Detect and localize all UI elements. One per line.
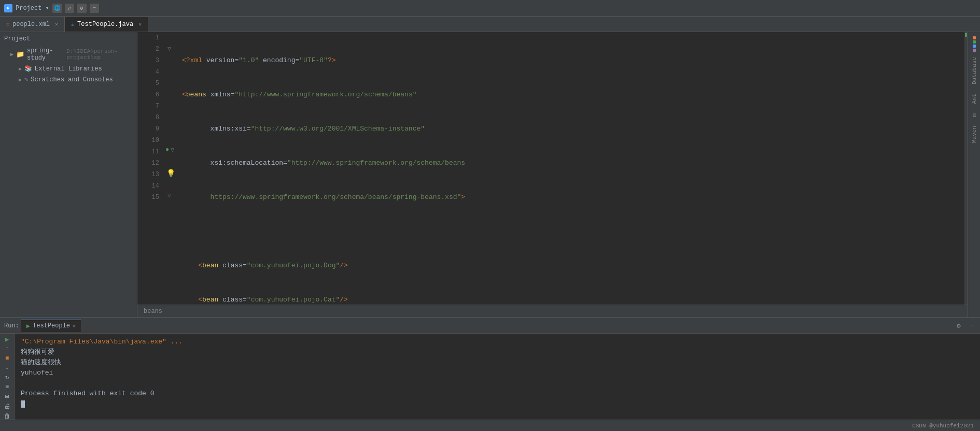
code-line-7: <bean class="com.yuhuofei.pojo.Dog"/> — [182, 260, 960, 271]
breadcrumb: beans — [144, 308, 162, 315]
bottom-tab-close[interactable]: ✕ — [73, 323, 76, 329]
console-output[interactable]: "C:\Program Files\Java\bin\java.exe" ...… — [15, 334, 980, 420]
code-editor[interactable]: 1 2 3 4 5 6 7 8 9 10 11 12 13 14 15 ▽ — [137, 32, 968, 305]
console-line-1: 狗狗很可爱 — [21, 347, 974, 357]
code-line-3: xmlns:xsi="http://www.w3.org/2001/XMLSch… — [182, 123, 960, 135]
titlebar-left: ▶ Project ▾ 🌐 ⇄ ⚙ − — [4, 4, 99, 13]
fold-marker-2[interactable]: ▽ — [167, 44, 171, 55]
code-line-4: xsi:schemaLocation="http://www.springfra… — [182, 157, 960, 169]
bottom-tab-testpeople[interactable]: ▶ TestPeople ✕ — [21, 320, 81, 332]
globe-icon[interactable]: 🌐 — [52, 4, 62, 13]
step-btn[interactable]: ↻ — [2, 373, 12, 381]
sidebar-header: Project — [0, 32, 137, 46]
filter-btn[interactable]: ⊞ — [2, 393, 12, 400]
bulb-icon-13[interactable]: 💡 — [166, 169, 175, 178]
bottom-tabs: Run: ▶ TestPeople ✕ ⚙ − — [0, 318, 980, 334]
right-tab-m[interactable]: m — [970, 109, 979, 121]
gutter: ▽ ● ▽ 💡 ▽ — [163, 32, 178, 305]
code-content[interactable]: <?xml version="1.0" encoding="UTF-8"?> <… — [178, 32, 964, 305]
sidebar-header-label: Project — [4, 35, 30, 42]
console-left-buttons: ▶ ↑ ■ ↓ ↻ ≡ ⊞ 🖨 🗑 — [0, 334, 15, 420]
align-btn[interactable]: ≡ — [2, 383, 12, 391]
sidebar-item-external-libraries[interactable]: ▶ 📚 External Libraries — [0, 63, 137, 74]
tab-people-xml-label: people.xml — [12, 21, 50, 28]
code-line-8: <bean class="com.yuhuofei.pojo.Cat"/> — [182, 294, 960, 305]
console-line-cmd: "C:\Program Files\Java\bin\java.exe" ... — [21, 337, 974, 347]
tabs-bar: ≡ people.xml ✕ ☕ TestPeople.java ✕ — [0, 17, 980, 32]
sidebar: Project ▶ 📁 spring-study D:\IDEA\person-… — [0, 32, 137, 317]
settings-icon[interactable]: ⚙ — [77, 4, 87, 13]
console-cursor-line — [21, 399, 974, 409]
down-btn[interactable]: ↓ — [2, 364, 12, 371]
up-btn[interactable]: ↑ — [2, 346, 12, 353]
run-label: Run: — [4, 322, 19, 329]
db-dot-icon — [973, 36, 976, 39]
editor-area: 1 2 3 4 5 6 7 8 9 10 11 12 13 14 15 ▽ — [137, 32, 968, 317]
bottom-status-bar: CSDN @yuhuofei2021 — [0, 420, 980, 431]
scratches-arrow-icon: ▶ — [19, 77, 22, 83]
ext-lib-arrow-icon: ▶ — [19, 66, 22, 72]
scratches-icon: ✎ — [24, 76, 28, 83]
project-folder-icon: 📁 — [16, 50, 24, 59]
breadcrumb-bar: beans — [137, 305, 968, 317]
console-area: ▶ ↑ ■ ↓ ↻ ≡ ⊞ 🖨 🗑 "C:\Program Files\Java… — [0, 334, 980, 420]
maven-dot-icon — [973, 45, 976, 48]
project-label[interactable]: Project ▾ — [16, 4, 49, 12]
right-panel: Database Ant m Maven — [968, 32, 980, 317]
fold-marker-15[interactable]: ▽ — [167, 192, 171, 199]
fold-arrow-11[interactable]: ▽ — [171, 146, 174, 154]
arrows-icon[interactable]: ⇄ — [65, 4, 74, 13]
java-tab-icon: ☕ — [71, 21, 74, 27]
bookmark-11: ● — [165, 146, 169, 153]
settings-btn[interactable]: ⚙ — [954, 321, 963, 331]
xml-tab-icon: ≡ — [6, 22, 9, 27]
right-tab-database[interactable]: Database — [970, 53, 979, 89]
tab-testpeople-java-label: TestPeople.java — [77, 21, 133, 28]
extra-dot-icon — [973, 49, 976, 52]
tab-people-xml-close[interactable]: ✕ — [55, 21, 58, 27]
minus-icon[interactable]: − — [90, 4, 99, 13]
tree-arrow-icon: ▶ — [10, 51, 13, 58]
code-line-5: https://www.springframework.org/schema/b… — [182, 192, 960, 203]
library-icon: 📚 — [24, 65, 32, 73]
trash-btn[interactable]: 🗑 — [2, 412, 12, 420]
bottom-tab-testpeople-label: TestPeople — [33, 322, 70, 329]
main-area: Project ▶ 📁 spring-study D:\IDEA\person-… — [0, 32, 980, 317]
sidebar-item-external-libraries-label: External Libraries — [35, 65, 102, 73]
line-numbers: 1 2 3 4 5 6 7 8 9 10 11 12 13 14 15 — [137, 32, 163, 305]
ant-dot-icon — [973, 40, 976, 44]
sidebar-item-scratches-label: Scratches and Consoles — [31, 76, 113, 83]
run-btn[interactable]: ▶ — [2, 336, 12, 343]
titlebar: ▶ Project ▾ 🌐 ⇄ ⚙ − — [0, 0, 980, 17]
sidebar-item-spring-study[interactable]: ▶ 📁 spring-study D:\IDEA\person-project\… — [0, 46, 137, 63]
console-line-3: yuhuofei — [21, 368, 974, 378]
tab-testpeople-java-close[interactable]: ✕ — [138, 21, 142, 27]
run-icon: ▶ — [26, 322, 30, 330]
stop-btn[interactable]: ■ — [2, 355, 12, 362]
print-btn[interactable]: 🖨 — [2, 403, 12, 410]
console-line-empty — [21, 378, 974, 389]
minimize-console-btn[interactable]: − — [967, 321, 976, 331]
tab-testpeople-java[interactable]: ☕ TestPeople.java ✕ — [65, 17, 148, 32]
project-icon: ▶ — [4, 4, 12, 12]
code-line-1: <?xml version="1.0" encoding="UTF-8"?> — [182, 55, 960, 66]
console-line-2: 猫的速度很快 — [21, 357, 974, 368]
tab-people-xml[interactable]: ≡ people.xml ✕ — [0, 17, 65, 32]
status-right-text: CSDN @yuhuofei2021 — [912, 423, 974, 429]
bottom-panel: Run: ▶ TestPeople ✕ ⚙ − ▶ ↑ ■ ↓ ↻ ≡ ⊞ 🖨 … — [0, 317, 980, 431]
console-line-process: Process finished with exit code 0 — [21, 389, 974, 399]
right-tab-maven[interactable]: Maven — [970, 122, 979, 147]
color-indicator-1 — [965, 33, 967, 37]
sidebar-item-path: D:\IDEA\person-project\sp — [66, 48, 133, 61]
sidebar-item-scratches[interactable]: ▶ ✎ Scratches and Consoles — [0, 74, 137, 85]
code-line-6 — [182, 226, 960, 237]
sidebar-item-spring-study-label: spring-study — [27, 47, 62, 62]
console-toolbar-right: ⚙ − — [954, 321, 976, 331]
right-tab-ant[interactable]: Ant — [970, 90, 979, 108]
code-line-2: <beans xmlns="http://www.springframework… — [182, 89, 960, 100]
